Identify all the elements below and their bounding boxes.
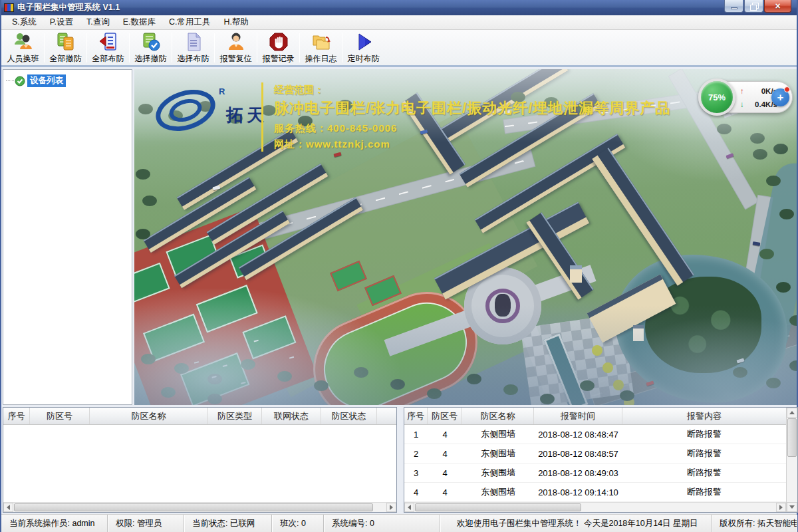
- alarm-table: 序号 防区号 防区名称 报警时间 报警内容 1 4 东侧围墙 2018-08-1…: [404, 407, 798, 513]
- menu-help[interactable]: H.帮助: [217, 15, 256, 30]
- clock-tower: [570, 265, 582, 283]
- company-banner: R 拓天 经营范围： 脉冲电子围栏/张力电子围栏/振动光纤/埋地泄漏等周界产品 …: [153, 77, 778, 157]
- status-welcome: 欢迎使用电子围栏集中管理系统！ 今天是2018年10月14日 星期日: [440, 515, 712, 532]
- toolbar-label: 定时布防: [348, 53, 380, 65]
- close-icon: ×: [775, 1, 780, 11]
- cell-alarm-content: 断路报警: [622, 444, 786, 463]
- status-permission: 权限: 管理员: [108, 515, 184, 532]
- disarm-all-button[interactable]: 全部撤防: [46, 31, 85, 65]
- net-speed-widget[interactable]: 75% ↑0K/s ↓0.4K/s +: [701, 81, 793, 113]
- restore-button[interactable]: [744, 0, 763, 13]
- title-bar: 电子围栏集中管理系统 V1.1 ×: [1, 0, 797, 15]
- status-connection: 当前状态: 已联网: [184, 515, 272, 532]
- alarm-reset-button[interactable]: 报警复位: [216, 31, 255, 65]
- column-header[interactable]: 防区名称: [462, 408, 534, 424]
- table-row[interactable]: 4 4 东侧围墙 2018-08-12 09:14:10 断路报警: [404, 483, 786, 502]
- cell-zone-no: 4: [428, 444, 462, 463]
- arm-all-icon: [98, 31, 119, 53]
- company-logo-icon: [155, 91, 216, 130]
- alarm-record-icon: [268, 31, 289, 53]
- column-header[interactable]: 联网状态: [262, 408, 321, 424]
- zone-table: 序号 防区号 防区名称 防区类型 联网状态 防区状态: [3, 407, 397, 513]
- download-arrow-icon: ↓: [740, 98, 744, 111]
- cell-seq: 1: [404, 425, 428, 444]
- menu-query[interactable]: T.查询: [80, 15, 116, 30]
- cell-seq: 4: [404, 483, 428, 501]
- timed-arm-button[interactable]: 定时布防: [344, 31, 383, 65]
- upload-arrow-icon: ↑: [740, 84, 744, 98]
- arm-all-button[interactable]: 全部布防: [88, 31, 128, 65]
- toolbar-separator: [257, 33, 257, 63]
- column-header[interactable]: 防区号: [428, 408, 462, 424]
- column-header-filler: [377, 408, 396, 424]
- tree-connector: [6, 80, 14, 81]
- registered-trademark: R: [219, 86, 225, 96]
- toolbar-separator: [129, 33, 130, 63]
- menu-system[interactable]: S.系统: [5, 15, 43, 30]
- select-disarm-icon: [140, 31, 162, 53]
- column-header[interactable]: 防区名称: [90, 408, 208, 424]
- select-arm-button[interactable]: 选择布防: [174, 31, 213, 65]
- service-hotline: 服务热线：400-845-0006: [274, 122, 397, 135]
- tree-item-device-list[interactable]: 设备列表: [6, 74, 129, 87]
- scroll-down-button[interactable]: [787, 502, 797, 512]
- scrollbar-thumb[interactable]: [787, 418, 797, 457]
- toolbar-label: 全部布防: [92, 53, 124, 65]
- column-header[interactable]: 序号: [404, 408, 428, 424]
- table-row[interactable]: 3 4 东侧围墙 2018-08-12 08:49:03 断路报警: [404, 464, 786, 483]
- cell-zone-name: 东侧围墙: [462, 425, 534, 444]
- scroll-up-button[interactable]: [787, 408, 797, 418]
- alarm-table-body: 1 4 东侧围墙 2018-08-12 08:48:47 断路报警 2 4 东侧…: [404, 425, 786, 502]
- toolbar-separator: [172, 33, 172, 63]
- cell-seq: 3: [404, 464, 428, 482]
- cell-alarm-time: 2018-08-12 08:48:57: [534, 444, 622, 463]
- scrollbar-thumb[interactable]: [14, 503, 373, 511]
- table-row[interactable]: 2 4 东侧围墙 2018-08-12 08:48:57 断路报警: [404, 444, 786, 464]
- toolbar-label: 全部撤防: [50, 53, 82, 65]
- table-row[interactable]: 1 4 东侧围墙 2018-08-12 08:48:47 断路报警: [404, 425, 786, 444]
- zone-table-header: 序号 防区号 防区名称 防区类型 联网状态 防区状态: [3, 408, 396, 425]
- menu-settings[interactable]: P.设置: [43, 15, 80, 30]
- menu-tools[interactable]: C.常用工具: [162, 15, 217, 30]
- column-header[interactable]: 防区类型: [208, 408, 262, 424]
- toolbar-label: 报警复位: [220, 53, 252, 65]
- toolbar-separator: [342, 33, 342, 63]
- select-disarm-button[interactable]: 选择撤防: [131, 31, 170, 65]
- scroll-left-button[interactable]: [404, 503, 414, 512]
- column-header[interactable]: 防区号: [30, 408, 90, 424]
- table-splitter[interactable]: [397, 407, 404, 513]
- device-tree-panel: 设备列表: [3, 69, 132, 405]
- horizontal-scrollbar[interactable]: [3, 502, 396, 512]
- scrollbar-thumb[interactable]: [415, 503, 581, 511]
- vertical-scrollbar[interactable]: [786, 408, 797, 512]
- business-scope-label: 经营范围：: [274, 84, 324, 96]
- close-button[interactable]: ×: [764, 0, 791, 13]
- shift-change-button[interactable]: 人员换班: [3, 31, 43, 65]
- mist: [134, 305, 797, 405]
- cell-zone-name: 东侧围墙: [462, 444, 534, 463]
- trees: [136, 169, 150, 180]
- toolbar-separator: [44, 33, 45, 63]
- cell-zone-no: 4: [428, 425, 462, 444]
- shift-change-icon: [13, 31, 34, 53]
- scroll-right-button[interactable]: [776, 503, 786, 512]
- column-header[interactable]: 序号: [3, 408, 30, 424]
- timed-arm-icon: [353, 31, 374, 53]
- toolbar-label: 操作日志: [305, 53, 337, 65]
- scroll-right-button[interactable]: [386, 503, 396, 512]
- horizontal-scrollbar[interactable]: [404, 502, 786, 512]
- cell-zone-no: 4: [428, 464, 462, 482]
- status-copyright: 版权所有: 拓天智能电子科技有限: [712, 515, 797, 532]
- column-header[interactable]: 报警内容: [622, 408, 786, 424]
- operation-log-button[interactable]: 操作日志: [301, 31, 340, 65]
- zone-table-body: [3, 425, 396, 502]
- bottom-tables: 序号 防区号 防区名称 防区类型 联网状态 防区状态 序号 防区号: [1, 405, 797, 514]
- scroll-left-button[interactable]: [3, 503, 13, 512]
- alarm-record-button[interactable]: 报警记录: [259, 31, 298, 65]
- column-header[interactable]: 报警时间: [534, 408, 622, 424]
- minimize-button[interactable]: [724, 0, 743, 13]
- usage-gauge: 75%: [698, 78, 735, 116]
- main-content: 设备列表: [1, 67, 797, 405]
- menu-database[interactable]: E.数据库: [116, 15, 162, 30]
- column-header[interactable]: 防区状态: [321, 408, 377, 424]
